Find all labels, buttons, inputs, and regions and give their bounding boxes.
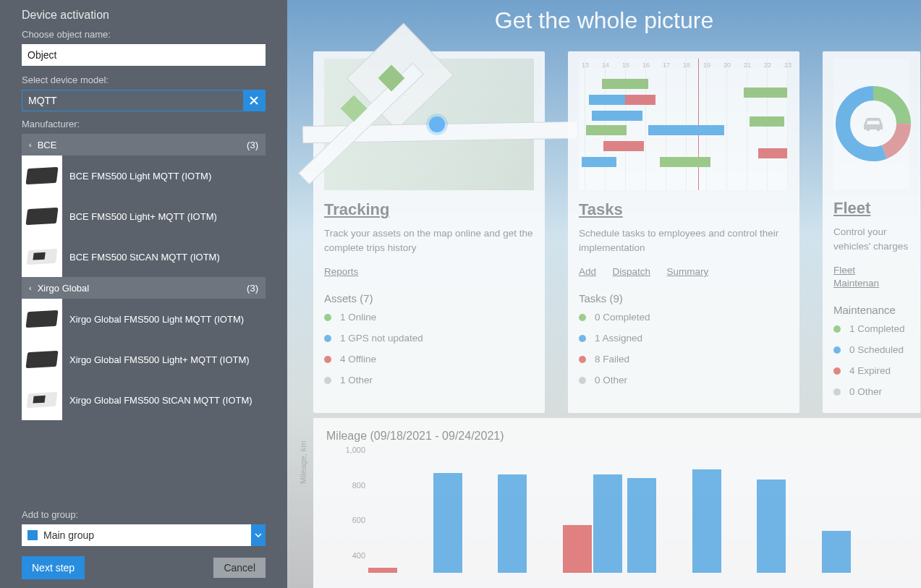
manufacturer-group-header[interactable]: ‹Xirgo Global(3) — [22, 277, 266, 299]
device-activation-panel: Device activation Choose object name: Se… — [0, 0, 287, 588]
stat-row: 4 Expired — [833, 365, 909, 376]
chart-area[interactable]: Mileage, km 4006008001,000 — [368, 450, 886, 573]
status-dot — [324, 335, 331, 342]
chart-bar-blue[interactable] — [593, 474, 622, 573]
dashboard-headline: Get the whole picture — [287, 7, 921, 34]
stat-row: 1 Completed — [833, 323, 909, 334]
panel-title: Device activation — [22, 9, 266, 22]
timeline-day: 13 — [582, 61, 589, 69]
device-model-item[interactable]: BCE FMS500 Light MQTT (IOTM) — [22, 155, 266, 196]
status-dot — [579, 356, 586, 363]
stat-row: 0 Scheduled — [833, 344, 909, 355]
chart-bar-blue[interactable] — [757, 480, 786, 573]
manufacturer-label: Manufacturer: — [22, 119, 266, 129]
device-model-label: Select device model: — [22, 74, 266, 85]
tasks-links: Add Dispatch Summary — [579, 265, 789, 278]
device-model-item[interactable]: Xirgo Global FMS500 StCAN MQTT (IOTM) — [22, 380, 266, 420]
y-axis: Mileage, km 4006008001,000 — [326, 450, 365, 573]
status-dot — [833, 367, 841, 375]
stat-row: 0 Other — [833, 386, 909, 397]
chevron-left-icon: ‹ — [29, 284, 32, 292]
fleet-desc: Control your vehicles' charges — [833, 225, 909, 253]
device-model-item[interactable]: Xirgo Global FMS500 Light+ MQTT (IOTM) — [22, 339, 266, 380]
timeline-day: 19 — [703, 61, 710, 69]
dispatch-link[interactable]: Dispatch — [612, 266, 650, 277]
dashboard-cards: Tracking Track your assets on the map on… — [287, 51, 921, 413]
y-tick: 600 — [336, 516, 365, 524]
chart-bar-red[interactable] — [563, 525, 592, 573]
summary-link[interactable]: Summary — [666, 266, 708, 277]
fleet-preview[interactable] — [833, 59, 909, 189]
stat-row: 1 Assigned — [579, 333, 789, 344]
device-image — [22, 196, 62, 237]
device-groups-list: ‹BCE(3)BCE FMS500 Light MQTT (IOTM)BCE F… — [22, 134, 266, 420]
stat-label: 1 Other — [340, 375, 373, 385]
main-dashboard: Get the whole picture Tracking Track you… — [287, 0, 921, 588]
cancel-button[interactable]: Cancel — [213, 558, 266, 578]
bar-group — [563, 474, 628, 573]
tasks-preview[interactable]: 1314151617181920212223 — [579, 59, 789, 190]
next-step-button[interactable]: Next step — [22, 556, 85, 579]
device-image — [22, 339, 62, 380]
status-dot — [579, 314, 586, 321]
device-model-item[interactable]: BCE FMS500 StCAN MQTT (IOTM) — [22, 237, 266, 277]
bar-group — [627, 478, 692, 573]
device-model-item[interactable]: Xirgo Global FMS500 Light MQTT (IOTM) — [22, 299, 266, 339]
device-label: Xirgo Global FMS500 Light MQTT (IOTM) — [69, 314, 244, 325]
status-dot — [833, 346, 841, 354]
device-image — [22, 155, 62, 196]
device-model-input[interactable] — [22, 90, 243, 111]
timeline-day: 14 — [602, 61, 609, 69]
tasks-heading: Tasks (9) — [579, 292, 789, 304]
stat-label: 0 Completed — [595, 312, 650, 323]
group-select[interactable]: Main group — [22, 524, 266, 546]
bar-group — [368, 568, 433, 573]
panel-buttons: Next step Cancel — [22, 556, 266, 579]
timeline-day: 16 — [642, 61, 650, 69]
group-name-text: Main group — [43, 529, 94, 541]
tasks-title[interactable]: Tasks — [579, 200, 789, 219]
reports-link[interactable]: Reports — [324, 266, 358, 277]
status-dot — [324, 356, 331, 363]
tasks-desc: Schedule tasks to employees and control … — [579, 226, 789, 255]
stat-label: 1 Completed — [849, 323, 905, 334]
chart-bar-blue[interactable] — [627, 478, 656, 573]
tasks-card: 1314151617181920212223 Tasks Schedule ta… — [568, 51, 799, 413]
group-dropdown-toggle[interactable] — [251, 524, 266, 546]
device-model-search — [22, 90, 266, 111]
chart-bar-blue[interactable] — [692, 469, 721, 573]
stat-label: 0 Scheduled — [849, 344, 904, 355]
chart-bar-blue[interactable] — [433, 473, 462, 573]
stat-label: 0 Other — [595, 375, 627, 385]
add-link[interactable]: Add — [579, 266, 596, 277]
bar-group — [757, 480, 822, 573]
object-name-label: Choose object name: — [22, 29, 266, 40]
group-color-swatch — [27, 530, 38, 540]
status-dot — [833, 325, 841, 333]
manufacturer-group-header[interactable]: ‹BCE(3) — [22, 134, 266, 155]
object-name-input[interactable] — [22, 44, 266, 66]
chart-bar-blue[interactable] — [498, 474, 527, 573]
chart-bar-blue[interactable] — [822, 531, 851, 573]
fleet-link[interactable]: Fleet — [833, 265, 855, 276]
device-image — [22, 299, 62, 339]
clear-search-button[interactable] — [243, 90, 265, 111]
add-to-group-label: Add to group: — [22, 509, 266, 520]
mileage-chart-panel: Mileage (09/18/2021 - 09/24/2021) Mileag… — [313, 418, 921, 588]
device-model-item[interactable]: BCE FMS500 Light+ MQTT (IOTM) — [22, 196, 266, 237]
status-dot — [833, 388, 841, 396]
y-tick: 1,000 — [336, 446, 365, 454]
y-tick: 400 — [336, 551, 365, 560]
status-dot — [324, 314, 331, 321]
fleet-title[interactable]: Fleet — [833, 199, 909, 218]
y-axis-label: Mileage, km — [299, 441, 307, 484]
chart-bar-red[interactable] — [368, 568, 397, 573]
fleet-stats: 1 Completed0 Scheduled4 Expired0 Other — [833, 323, 909, 407]
tracking-title[interactable]: Tracking — [324, 200, 534, 219]
device-label: Xirgo Global FMS500 Light+ MQTT (IOTM) — [69, 354, 250, 365]
add-to-group-section: Add to group: Main group — [22, 505, 266, 546]
maintenance-link[interactable]: Maintenan — [833, 278, 879, 289]
device-label: Xirgo Global FMS500 StCAN MQTT (IOTM) — [69, 395, 252, 406]
tracking-preview[interactable] — [324, 59, 534, 190]
device-image — [22, 237, 62, 277]
